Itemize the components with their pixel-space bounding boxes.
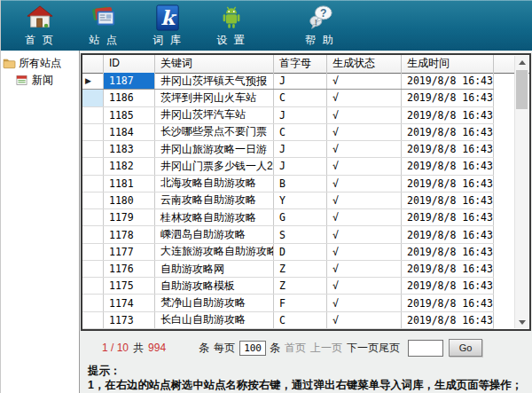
cell-status[interactable]: √	[327, 193, 402, 208]
cell-status[interactable]: √	[327, 124, 402, 140]
tree-item-all-sites[interactable]: 所有站点	[1, 55, 79, 72]
header-row-selector[interactable]	[82, 55, 104, 73]
cell-time[interactable]: 2019/8/8 16:43	[402, 107, 494, 123]
cell-status[interactable]: √	[327, 90, 402, 106]
cell-id[interactable]: 1186	[104, 90, 155, 106]
row-selector[interactable]	[82, 124, 104, 140]
row-selector[interactable]	[82, 209, 104, 225]
table-row[interactable]: 1175自助游攻略模板Z√2019/8/8 16:43	[82, 278, 494, 295]
table-row[interactable]: 1182井冈山门票多少钱一人2019J√2019/8/8 16:43	[82, 158, 494, 175]
cell-status[interactable]: √	[327, 261, 402, 277]
cell-id[interactable]: 1180	[104, 193, 155, 208]
cell-id[interactable]: 1175	[104, 278, 155, 294]
cell-keyword[interactable]: 茨坪到井冈山火车站	[155, 90, 274, 106]
cell-keyword[interactable]: 桂林攻略自助游攻略	[155, 209, 274, 225]
toolbar-button-help[interactable]: ! ? 帮 助	[292, 0, 348, 51]
table-row[interactable]: 1183井冈山旅游攻略一日游J√2019/8/8 16:43	[82, 141, 494, 158]
cell-id[interactable]: 1187	[104, 73, 155, 89]
table-row[interactable]: 1174梵净山自助游攻略F√2019/8/8 16:43	[82, 295, 494, 311]
header-status[interactable]: 生成状态	[327, 55, 402, 73]
header-id[interactable]: ID	[104, 55, 155, 73]
row-selector[interactable]	[82, 312, 104, 328]
table-row[interactable]: 1180云南攻略自助游攻略Y√2019/8/8 16:43	[82, 193, 494, 209]
cell-id[interactable]: 1177	[104, 244, 155, 260]
table-row[interactable]: 1181北海攻略自助游攻略B√2019/8/8 16:43	[82, 176, 494, 193]
cell-keyword[interactable]: 井冈山旅游攻略一日游	[155, 141, 274, 157]
row-selector[interactable]	[82, 107, 104, 123]
cell-time[interactable]: 2019/8/8 16:43	[402, 176, 494, 192]
prev-page-link[interactable]: 上一页	[310, 341, 342, 356]
table-row[interactable]: 1186茨坪到井冈山火车站C√2019/8/8 16:43	[82, 90, 494, 106]
last-page-link[interactable]: 尾页	[379, 341, 400, 356]
scroll-down-icon[interactable]	[515, 316, 528, 328]
cell-id[interactable]: 1181	[104, 176, 155, 192]
cell-status[interactable]: √	[327, 312, 402, 328]
cell-status[interactable]: √	[327, 278, 402, 294]
cell-time[interactable]: 2019/8/8 16:43	[402, 209, 494, 225]
cell-status[interactable]: √	[327, 73, 402, 89]
cell-status[interactable]: √	[327, 295, 402, 310]
cell-keyword[interactable]: 自助游攻略网	[155, 261, 274, 277]
cell-initial[interactable]: J	[274, 107, 327, 123]
per-page-input[interactable]	[239, 341, 266, 356]
cell-keyword[interactable]: 长沙哪些景点不要门票	[155, 124, 274, 140]
cell-initial[interactable]: S	[274, 226, 327, 242]
cell-keyword[interactable]: 井冈山茨坪镇天气预报	[155, 73, 274, 89]
row-selector[interactable]	[82, 244, 104, 260]
toolbar-button-lexicon[interactable]: k 词 库	[139, 0, 196, 51]
scroll-up-icon[interactable]	[515, 56, 528, 68]
cell-time[interactable]: 2019/8/8 16:43	[402, 193, 494, 208]
scrollbar-thumb[interactable]	[516, 70, 528, 109]
row-selector[interactable]	[82, 90, 104, 106]
cell-keyword[interactable]: 大连旅游攻略自助游攻略	[155, 244, 274, 260]
cell-id[interactable]: 1185	[104, 107, 155, 123]
cell-initial[interactable]: D	[274, 244, 327, 260]
cell-time[interactable]: 2019/8/8 16:43	[402, 278, 494, 294]
row-selector[interactable]	[82, 261, 104, 277]
cell-time[interactable]: 2019/8/8 16:43	[402, 158, 494, 174]
cell-status[interactable]: √	[327, 158, 402, 174]
header-keyword[interactable]: 关键词	[155, 55, 274, 73]
cell-status[interactable]: √	[327, 209, 402, 225]
table-row[interactable]: 1173长白山自助游攻略C√2019/8/8 16:43	[82, 312, 494, 329]
cell-keyword[interactable]: 北海攻略自助游攻略	[155, 176, 274, 192]
cell-keyword[interactable]: 长白山自助游攻略	[155, 312, 274, 328]
cell-id[interactable]: 1173	[104, 312, 155, 328]
cell-keyword[interactable]: 井冈山茨坪汽车站	[155, 107, 274, 123]
row-selector[interactable]	[82, 295, 104, 310]
table-row[interactable]: 1176自助游攻略网Z√2019/8/8 16:43	[82, 261, 494, 278]
cell-id[interactable]: 1179	[104, 209, 155, 225]
cell-initial[interactable]: G	[274, 209, 327, 225]
cell-initial[interactable]: J	[274, 141, 327, 157]
row-selector[interactable]: ▶	[82, 73, 104, 89]
header-initial[interactable]: 首字母	[274, 55, 327, 73]
row-selector[interactable]	[82, 226, 104, 242]
toolbar-button-sites[interactable]: 站 点	[75, 0, 132, 51]
cell-time[interactable]: 2019/8/8 16:43	[402, 90, 494, 106]
cell-initial[interactable]: Z	[274, 261, 327, 277]
cell-initial[interactable]: C	[274, 312, 327, 328]
goto-page-input[interactable]	[408, 340, 443, 357]
cell-status[interactable]: √	[327, 244, 402, 260]
row-selector[interactable]	[82, 176, 104, 192]
table-row[interactable]: 1185井冈山茨坪汽车站J√2019/8/8 16:43	[82, 107, 494, 124]
cell-time[interactable]: 2019/8/8 16:43	[402, 141, 494, 157]
cell-id[interactable]: 1174	[104, 295, 155, 310]
cell-status[interactable]: √	[327, 107, 402, 123]
cell-keyword[interactable]: 自助游攻略模板	[155, 278, 274, 294]
toolbar-button-home[interactable]: 首 页	[12, 0, 68, 51]
cell-status[interactable]: √	[327, 141, 402, 157]
cell-keyword[interactable]: 井冈山门票多少钱一人2019	[155, 158, 274, 174]
table-row[interactable]: 1178嵊泗岛自助游攻略S√2019/8/8 16:43	[82, 226, 494, 243]
row-selector[interactable]	[82, 278, 104, 294]
tree-item-news[interactable]: 新闻	[14, 72, 79, 89]
row-selector[interactable]	[82, 158, 104, 174]
cell-time[interactable]: 2019/8/8 16:43	[402, 124, 494, 140]
table-row[interactable]: 1177大连旅游攻略自助游攻略D√2019/8/8 16:43	[82, 244, 494, 261]
cell-keyword[interactable]: 梵净山自助游攻略	[155, 295, 274, 310]
go-button[interactable]: Go	[449, 339, 482, 357]
cell-status[interactable]: √	[327, 176, 402, 192]
cell-id[interactable]: 1176	[104, 261, 155, 277]
header-time[interactable]: 生成时间	[402, 55, 494, 73]
cell-time[interactable]: 2019/8/8 16:43	[402, 312, 494, 328]
